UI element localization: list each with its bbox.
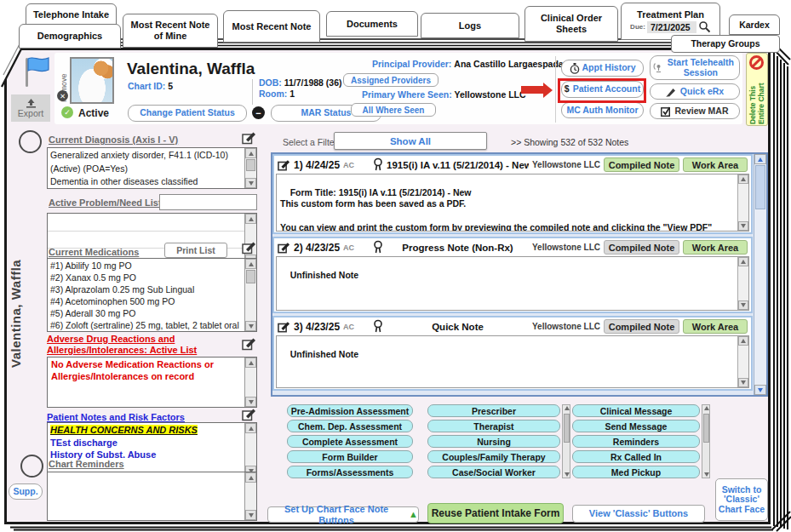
flag-icon[interactable] <box>22 54 53 89</box>
review-mar-button[interactable]: Review MAR <box>650 103 740 119</box>
compiled-note-button[interactable]: Compiled Note <box>604 240 679 255</box>
quick-button[interactable]: Therapist <box>427 420 560 432</box>
tab-documents[interactable]: Documents <box>326 11 418 37</box>
mc-auth-monitor-button[interactable]: MC Auth Monitor <box>561 102 644 118</box>
chart-reminders-scrollbar[interactable] <box>244 472 256 520</box>
remove-photo-icon[interactable]: ✕ <box>57 90 68 101</box>
quick-button[interactable]: Clinical Message <box>572 404 700 417</box>
quick-button[interactable]: Rx Called In <box>572 450 700 463</box>
tab-most-recent-note-of-mine[interactable]: Most Recent Note of Mine <box>123 14 218 48</box>
diagnosis-radio-circle[interactable] <box>19 130 42 153</box>
active-problem-scrollbar[interactable] <box>244 214 256 265</box>
note-body[interactable]: Form Title: 1915(i) IA v.11 (5/21/2014) … <box>276 174 749 232</box>
note-body-scrollbar[interactable] <box>737 336 748 387</box>
reminders-radio-circle[interactable] <box>20 455 43 478</box>
delete-chart-label-1: Delete This <box>748 72 757 124</box>
note-body[interactable]: Unfinished Note <box>276 335 749 388</box>
quick-col3-scrollbar[interactable] <box>702 404 710 478</box>
quick-col2-scrollbar[interactable] <box>562 404 570 478</box>
tab-therapy-groups[interactable]: Therapy Groups <box>671 35 780 53</box>
quick-button[interactable]: Form Builder <box>287 450 413 463</box>
edit-diagnosis-icon[interactable] <box>242 131 256 145</box>
notes-scrollbar[interactable] <box>754 154 766 395</box>
quick-button[interactable]: Pre-Admission Assessment <box>287 404 413 417</box>
chart-reminders-title[interactable]: Chart Reminders <box>49 459 124 469</box>
view-classic-buttons-button[interactable]: View 'Classic' Buttons <box>572 505 705 523</box>
reuse-intake-form-button[interactable]: Reuse Patient Intake Form <box>427 503 564 523</box>
tab-clinical-order-sheets[interactable]: Clinical Order Sheets <box>524 6 618 42</box>
note-row[interactable]: 1) 4/24/25 AC 1915(i) IA v.11 (5/21/2014… <box>272 154 753 234</box>
quick-erx-button[interactable]: Quick eRx <box>650 83 740 100</box>
diagnosis-listbox[interactable]: Generalized anxiety disorder, F41.1 (ICD… <box>47 147 257 189</box>
tab-kardex[interactable]: Kardex <box>729 14 780 35</box>
supp-button[interactable]: Supp. <box>9 483 43 500</box>
setup-chart-face-buttons-button[interactable]: Set Up Chart Face Note Buttons ▲ <box>267 506 419 523</box>
adverse-content: No Adverse Medication Reactions or Aller… <box>48 358 256 383</box>
quick-button[interactable]: Case/Social Worker <box>427 466 560 478</box>
switch-classic-chart-face-button[interactable]: Switch to 'Classic' Chart Face <box>715 478 768 521</box>
principal-provider-label: Principal Provider: <box>372 59 451 69</box>
assigned-providers-button[interactable]: Assigned Providers <box>343 73 438 87</box>
risk-scrollbar[interactable] <box>244 423 256 476</box>
quick-button[interactable]: Prescriber <box>427 404 560 417</box>
medications-listbox[interactable]: #1) Abilify 10 mg PO #2) Xanax 0.5 mg PO… <box>47 258 257 332</box>
work-area-button[interactable]: Work Area <box>683 240 748 255</box>
note-row[interactable]: 2) 4/23/25 AC Progress Note (Non-Rx) Yel… <box>272 237 753 313</box>
edit-note-icon[interactable] <box>278 242 290 254</box>
appt-history-button[interactable]: Appt History <box>561 60 644 77</box>
tab-most-recent-note[interactable]: Most Recent Note <box>223 10 320 43</box>
mar-collapse-icon[interactable]: − <box>252 106 265 119</box>
current-diagnosis-title[interactable]: Current Diagnosis (Axis I - V) <box>49 134 178 145</box>
medication-item: #3) Alprazolam 0.25 mg Sub Lingual <box>50 283 243 295</box>
work-area-button[interactable]: Work Area <box>683 319 748 334</box>
risk-item-highlight: HEALTH CONCERNS AND RISKS <box>50 425 198 435</box>
print-list-button[interactable]: Print List <box>164 243 227 258</box>
start-telehealth-button[interactable]: Start Telehealth Session <box>650 55 740 80</box>
patient-status: Active <box>78 107 109 119</box>
adverse-listbox[interactable]: No Adverse Medication Reactions or Aller… <box>47 357 257 408</box>
compiled-note-button[interactable]: Compiled Note <box>604 319 679 334</box>
chart-reminders-listbox[interactable] <box>47 472 257 521</box>
current-medications-title[interactable]: Current Medications <box>49 247 139 257</box>
note-body-scrollbar[interactable] <box>737 174 748 231</box>
edit-risk-icon[interactable] <box>242 408 256 421</box>
tab-logs[interactable]: Logs <box>421 13 519 38</box>
medications-scrollbar[interactable] <box>244 259 256 331</box>
tab-demographics[interactable]: Demographics <box>19 24 121 49</box>
diagnosis-scrollbar[interactable] <box>244 148 256 188</box>
compiled-note-button[interactable]: Compiled Note <box>604 157 679 172</box>
tab-telephone-intake[interactable]: Telephone Intake <box>26 3 117 26</box>
export-button[interactable]: Export <box>11 94 50 122</box>
note-row[interactable]: 3) 4/23/25 AC Quick Note Yellowstone LLC… <box>272 316 753 391</box>
quick-button[interactable]: Chem. Dep. Assessment <box>287 420 413 432</box>
note-body-text: Unfinished Note <box>290 270 359 280</box>
search-icon[interactable] <box>698 20 711 33</box>
adverse-scrollbar[interactable] <box>244 358 256 407</box>
all-where-seen-button[interactable]: All Where Seen <box>351 103 436 117</box>
quick-button[interactable]: Med Pickup <box>572 466 700 478</box>
quick-button[interactable]: Send Message <box>572 420 700 432</box>
risk-factors-title[interactable]: Patient Notes and Risk Factors <box>47 412 185 422</box>
edit-note-icon[interactable] <box>278 159 290 171</box>
show-all-filter-button[interactable]: Show All <box>334 132 487 150</box>
edit-adverse-icon[interactable] <box>242 337 256 351</box>
adverse-reactions-title[interactable]: Adverse Drug Reactions and Allergies/Int… <box>47 334 241 356</box>
header-divider-2 <box>555 56 556 123</box>
treatment-plan-due-value[interactable]: 7/21/2025 <box>647 21 696 33</box>
note-body-scrollbar[interactable] <box>737 257 748 310</box>
quick-button[interactable]: Forms/Assessments <box>287 466 413 478</box>
active-problem-input[interactable] <box>159 194 257 210</box>
edit-note-icon[interactable] <box>278 321 290 333</box>
active-problem-title[interactable]: Active Problem/Need List <box>49 197 162 208</box>
note-body[interactable]: Unfinished Note <box>276 256 749 311</box>
quick-buttons-col1: Pre-Admission Assessment Chem. Dep. Asse… <box>287 404 413 478</box>
quick-button[interactable]: Reminders <box>572 435 700 448</box>
work-area-button[interactable]: Work Area <box>683 157 748 172</box>
edit-medications-icon[interactable] <box>242 241 256 255</box>
change-patient-status-button[interactable]: Change Patient Status <box>128 105 247 122</box>
quick-button[interactable]: Couples/Family Therapy <box>427 450 560 463</box>
patient-photo[interactable] <box>70 57 114 104</box>
quick-button[interactable]: Nursing <box>427 435 560 448</box>
chart-id-label: Chart ID: <box>128 81 165 91</box>
quick-button[interactable]: Complete Assessment <box>287 435 413 448</box>
